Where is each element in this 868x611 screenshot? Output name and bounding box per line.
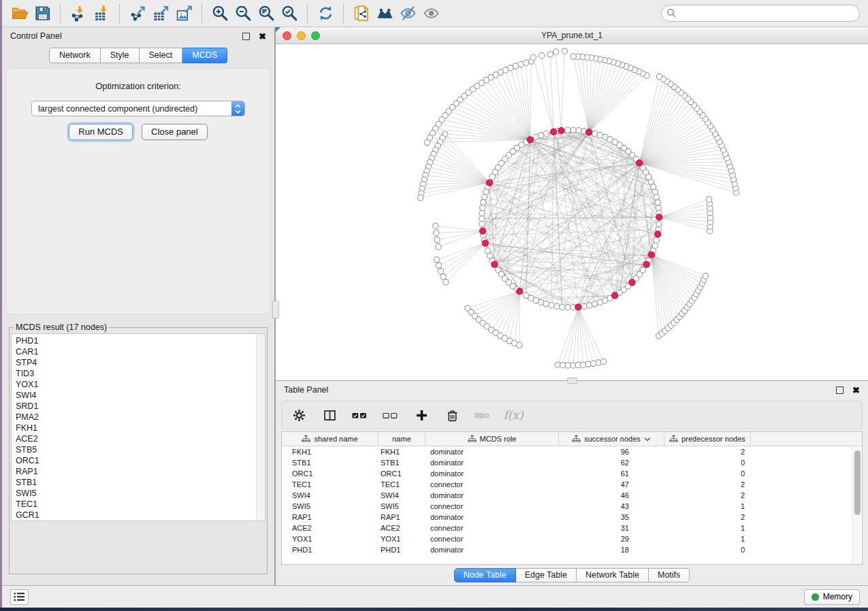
mcds-result-item[interactable]: STP4 xyxy=(16,357,265,368)
export-image-button[interactable] xyxy=(174,3,194,24)
column-header-shared-name[interactable]: shared name xyxy=(282,432,379,446)
table-settings-button[interactable] xyxy=(290,406,308,424)
table-row[interactable]: TEC1TEC1connector472 xyxy=(282,479,862,490)
network-node[interactable] xyxy=(655,199,660,205)
mcds-result-item[interactable]: STB5 xyxy=(16,444,265,455)
zoom-out-button[interactable] xyxy=(233,3,253,24)
network-leaf-node[interactable] xyxy=(440,274,446,279)
network-node[interactable] xyxy=(654,237,659,243)
table-row[interactable]: FKH1FKH1dominator962 xyxy=(282,446,862,457)
table-row[interactable]: SWI4SWI4dominator462 xyxy=(282,490,862,501)
network-leaf-node[interactable] xyxy=(436,244,441,250)
network-node[interactable] xyxy=(656,205,661,210)
table-row[interactable]: PHD1PHD1dominator180 xyxy=(282,544,862,555)
network-mcds-node[interactable] xyxy=(655,231,661,237)
window-maximize-button[interactable] xyxy=(311,31,320,40)
network-mcds-node[interactable] xyxy=(637,160,643,166)
network-node[interactable] xyxy=(479,221,485,227)
network-leaf-node[interactable] xyxy=(443,280,449,285)
network-node[interactable] xyxy=(479,210,485,216)
network-leaf-node[interactable] xyxy=(434,257,439,262)
mcds-result-item[interactable]: TEC1 xyxy=(16,499,265,510)
table-row[interactable]: STB1STB1dominator620 xyxy=(282,457,862,468)
tab-edge-table[interactable]: Edge Table xyxy=(516,568,577,582)
refresh-button[interactable] xyxy=(315,3,336,24)
network-node[interactable] xyxy=(543,301,549,307)
network-node[interactable] xyxy=(581,303,587,309)
network-mcds-node[interactable] xyxy=(492,261,498,267)
memory-button[interactable]: Memory xyxy=(804,589,860,605)
open-session-button[interactable] xyxy=(9,3,29,24)
column-header-mcds-role[interactable]: MCDS role xyxy=(425,432,559,446)
network-mcds-node[interactable] xyxy=(656,214,662,220)
network-leaf-node[interactable] xyxy=(547,52,553,57)
show-columns-button[interactable] xyxy=(321,406,338,424)
tab-select[interactable]: Select xyxy=(140,48,183,63)
close-panel-button[interactable]: Close panel xyxy=(142,124,208,140)
search-input[interactable] xyxy=(661,5,860,22)
network-node[interactable] xyxy=(483,189,489,195)
network-node[interactable] xyxy=(538,299,543,305)
export-network-button[interactable] xyxy=(127,3,148,24)
network-mcds-node[interactable] xyxy=(585,129,592,135)
table-row[interactable]: SWI5SWI5connector431 xyxy=(282,501,862,512)
network-leaf-node[interactable] xyxy=(436,263,441,268)
network-node[interactable] xyxy=(597,132,602,137)
network-node[interactable] xyxy=(479,216,485,221)
save-session-button[interactable] xyxy=(32,3,52,24)
network-node[interactable] xyxy=(481,195,487,200)
tab-network-table[interactable]: Network Table xyxy=(577,568,649,582)
table-scrollbar[interactable] xyxy=(852,447,861,563)
show-graphics-details-button[interactable] xyxy=(421,3,441,24)
tab-motifs[interactable]: Motifs xyxy=(649,568,690,582)
network-leaf-node[interactable] xyxy=(434,237,440,242)
network-canvas[interactable] xyxy=(276,44,868,380)
network-node[interactable] xyxy=(654,195,659,200)
tab-style[interactable]: Style xyxy=(101,48,140,63)
mcds-result-item[interactable]: ACE2 xyxy=(16,433,265,444)
table-row[interactable]: ACE2ACE2connector311 xyxy=(282,523,862,533)
network-node[interactable] xyxy=(576,128,581,133)
network-mcds-node[interactable] xyxy=(517,288,523,295)
delete-row-button[interactable] xyxy=(443,406,461,424)
network-mcds-node[interactable] xyxy=(648,252,654,258)
network-leaf-node[interactable] xyxy=(706,197,711,202)
mcds-result-item[interactable]: FKH1 xyxy=(16,423,265,433)
network-mcds-node[interactable] xyxy=(527,137,533,143)
network-node[interactable] xyxy=(656,221,662,227)
network-mcds-node[interactable] xyxy=(551,129,557,135)
hide-graphics-details-button[interactable] xyxy=(398,3,418,24)
network-node[interactable] xyxy=(565,127,570,133)
import-network-button[interactable] xyxy=(68,3,89,24)
add-row-button[interactable] xyxy=(413,406,430,424)
network-node[interactable] xyxy=(489,174,495,180)
network-mcds-node[interactable] xyxy=(575,304,581,310)
mcds-result-item[interactable]: PMA2 xyxy=(16,412,265,423)
network-leaf-node[interactable] xyxy=(539,53,545,59)
mcds-result-item[interactable]: ORC1 xyxy=(16,455,265,466)
export-table-button[interactable] xyxy=(150,3,171,24)
network-node[interactable] xyxy=(554,303,560,309)
network-node[interactable] xyxy=(549,303,554,308)
network-mcds-node[interactable] xyxy=(486,180,492,186)
select-all-button[interactable] xyxy=(351,406,369,424)
mcds-result-item[interactable]: SWI4 xyxy=(16,390,265,401)
zoom-in-button[interactable] xyxy=(210,3,230,24)
table-scrollbar-thumb[interactable] xyxy=(854,450,861,515)
network-mcds-node[interactable] xyxy=(479,228,485,234)
table-row[interactable]: YOX1YOX1connector291 xyxy=(282,533,862,544)
network-leaf-node[interactable] xyxy=(433,223,438,229)
network-leaf-node[interactable] xyxy=(703,273,708,278)
network-leaf-node[interactable] xyxy=(438,268,443,274)
network-node[interactable] xyxy=(565,305,570,310)
network-node[interactable] xyxy=(533,134,539,139)
network-leaf-node[interactable] xyxy=(424,139,430,145)
network-leaf-node[interactable] xyxy=(418,195,423,200)
network-leaf-node[interactable] xyxy=(530,54,536,60)
optimization-criterion-select[interactable]: largest connected component (undirected) xyxy=(31,101,245,116)
network-leaf-node[interactable] xyxy=(600,359,606,364)
deselect-all-button[interactable] xyxy=(382,406,400,424)
close-panel-icon[interactable]: ✖ xyxy=(259,33,266,40)
network-node[interactable] xyxy=(560,304,565,310)
share-document-button[interactable] xyxy=(351,3,372,24)
